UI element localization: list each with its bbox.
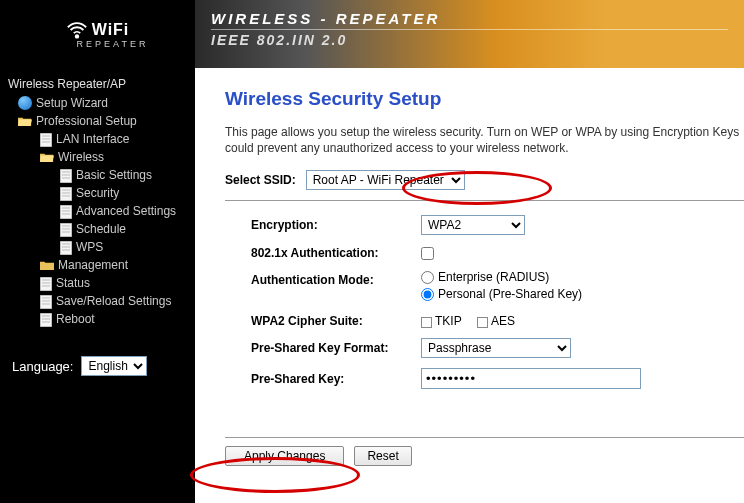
language-select[interactable]: English	[81, 356, 147, 376]
sidebar-item-label: Management	[58, 258, 128, 272]
sidebar-item-label: Reboot	[56, 312, 95, 326]
sidebar-item-management[interactable]: Management	[4, 256, 191, 274]
sidebar-item-wps[interactable]: WPS	[4, 238, 191, 256]
sidebar-item-label: Basic Settings	[76, 168, 152, 182]
svg-point-0	[75, 35, 78, 38]
language-label: Language:	[12, 359, 73, 374]
sidebar-item-wizard[interactable]: Setup Wizard	[4, 94, 191, 112]
divider	[225, 200, 744, 201]
page-icon	[40, 133, 52, 146]
sidebar-item-savereload[interactable]: Save/Reload Settings	[4, 292, 191, 310]
pskfmt-select[interactable]: Passphrase	[421, 338, 571, 358]
logo-block: WiFi REPEATER	[0, 0, 195, 68]
page-icon	[40, 277, 52, 290]
encryption-label: Encryption:	[251, 218, 421, 232]
sidebar-item-status[interactable]: Status	[4, 274, 191, 292]
top-bar: WiFi REPEATER WIRELESS - REPEATER IEEE 8…	[0, 0, 744, 68]
cipher-label: WPA2 Cipher Suite:	[251, 314, 421, 328]
ssid-select[interactable]: Root AP - WiFi Repeater	[306, 170, 465, 190]
cipher-tkip-checkbox[interactable]	[421, 317, 432, 328]
folder-open-icon	[40, 152, 54, 163]
logo-subtext: REPEATER	[77, 39, 149, 49]
globe-icon	[18, 96, 32, 110]
sidebar-item-label: Wireless	[58, 150, 104, 164]
sidebar-item-label: Advanced Settings	[76, 204, 176, 218]
sidebar-item-advanced[interactable]: Advanced Settings	[4, 202, 191, 220]
psk-input[interactable]	[421, 368, 641, 389]
reset-button[interactable]: Reset	[354, 446, 411, 466]
page-icon	[60, 205, 72, 218]
svg-rect-21	[60, 241, 72, 255]
sidebar-item-label: Professional Setup	[36, 114, 137, 128]
sidebar-item-label: Status	[56, 276, 90, 290]
banner-line1: WIRELESS - REPEATER	[211, 10, 728, 27]
authmode-personal-radio[interactable]	[421, 288, 434, 301]
sidebar-root: Wireless Repeater/AP	[4, 74, 191, 94]
cipher-aes-checkbox[interactable]	[477, 317, 488, 328]
sidebar-item-security[interactable]: Security	[4, 184, 191, 202]
sidebar-item-label: LAN Interface	[56, 132, 129, 146]
logo-text: WiFi	[92, 21, 130, 39]
authmode-enterprise-option[interactable]: Enterprise (RADIUS)	[421, 270, 582, 284]
psk-label: Pre-Shared Key:	[251, 372, 421, 386]
sidebar: Wireless Repeater/AP Setup Wizard Profes…	[0, 68, 195, 503]
apply-button[interactable]: Apply Changes	[225, 446, 344, 466]
page-icon	[60, 169, 72, 182]
page-icon	[40, 295, 52, 308]
authmode-label: Authentication Mode:	[251, 270, 421, 287]
auth8021x-label: 802.1x Authentication:	[251, 246, 421, 260]
page-icon	[60, 241, 72, 254]
svg-rect-29	[40, 295, 52, 309]
sidebar-item-label: Setup Wizard	[36, 96, 108, 110]
page-icon	[60, 187, 72, 200]
folder-icon	[40, 260, 54, 271]
svg-rect-9	[60, 187, 72, 201]
sidebar-item-reboot[interactable]: Reboot	[4, 310, 191, 328]
sidebar-item-basic[interactable]: Basic Settings	[4, 166, 191, 184]
authmode-personal-option[interactable]: Personal (Pre-Shared Key)	[421, 287, 582, 301]
page-title: Wireless Security Setup	[225, 88, 744, 110]
sidebar-item-professional[interactable]: Professional Setup	[4, 112, 191, 130]
auth8021x-checkbox[interactable]	[421, 247, 434, 260]
wifi-icon	[66, 19, 88, 41]
sidebar-item-lan[interactable]: LAN Interface	[4, 130, 191, 148]
page-icon	[60, 223, 72, 236]
sidebar-item-label: Save/Reload Settings	[56, 294, 171, 308]
svg-rect-5	[60, 169, 72, 183]
main-panel: Wireless Security Setup This page allows…	[195, 68, 744, 503]
divider	[225, 437, 744, 438]
sidebar-item-label: WPS	[76, 240, 103, 254]
sidebar-item-schedule[interactable]: Schedule	[4, 220, 191, 238]
sidebar-item-label: Schedule	[76, 222, 126, 236]
header-banner: WIRELESS - REPEATER IEEE 802.IIN 2.0	[195, 0, 744, 68]
authmode-enterprise-radio[interactable]	[421, 271, 434, 284]
sidebar-item-label: Security	[76, 186, 119, 200]
pskfmt-label: Pre-Shared Key Format:	[251, 341, 421, 355]
svg-rect-33	[40, 313, 52, 327]
folder-open-icon	[18, 116, 32, 127]
svg-rect-25	[40, 277, 52, 291]
banner-line2: IEEE 802.IIN 2.0	[211, 29, 728, 48]
page-description: This page allows you setup the wireless …	[225, 124, 744, 156]
svg-rect-13	[60, 205, 72, 219]
page-icon	[40, 313, 52, 326]
svg-rect-1	[40, 133, 52, 147]
sidebar-item-wireless[interactable]: Wireless	[4, 148, 191, 166]
ssid-label: Select SSID:	[225, 173, 296, 187]
svg-rect-17	[60, 223, 72, 237]
encryption-select[interactable]: WPA2	[421, 215, 525, 235]
